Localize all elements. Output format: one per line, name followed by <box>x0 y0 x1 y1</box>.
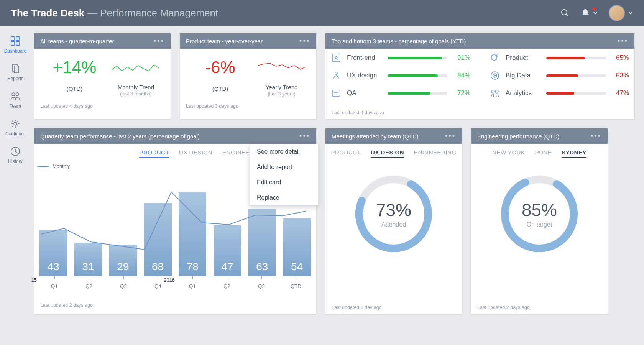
x-axis-label: Q2 <box>72 276 106 293</box>
svg-rect-12 <box>332 90 340 96</box>
sidebar-item-label: Reports <box>7 76 23 81</box>
card-quarterly-performance: Quarterly team performance - last 2 year… <box>34 128 317 314</box>
svg-point-6 <box>12 93 15 96</box>
donut-chart: 73% Attended <box>352 172 436 256</box>
progress-bar <box>388 92 447 95</box>
context-menu: See more detail Add to report Edit card … <box>250 144 319 206</box>
svg-point-8 <box>14 122 17 125</box>
team-percentage: 53% <box>611 72 629 79</box>
top-teams-column: Front-end 91% UX design 84% QA 72% <box>331 53 470 105</box>
progress-bar <box>388 74 447 77</box>
bar: 29 <box>107 245 140 276</box>
sidebar-item-history[interactable]: History <box>0 143 31 166</box>
team-icon <box>490 53 500 63</box>
more-icon[interactable]: ••• <box>299 132 310 140</box>
more-icon[interactable]: ••• <box>445 132 456 140</box>
more-icon[interactable]: ••• <box>591 132 601 140</box>
sidebar: Dashboard Reports Team Configure History <box>0 26 31 345</box>
team-icon <box>490 88 500 99</box>
card-title: Meetings attended by team (QTD) <box>332 133 419 140</box>
tab-product[interactable]: PRODUCT <box>139 149 169 158</box>
tab-ux-design[interactable]: UX DESIGN <box>179 149 212 158</box>
x-axis-label: Q3 <box>244 276 279 293</box>
tab-ux-design[interactable]: UX DESIGN <box>371 149 404 158</box>
team-row: Product 65% <box>490 53 629 63</box>
donut-label: On target <box>527 221 552 228</box>
team-name: Front-end <box>347 54 382 62</box>
search-icon[interactable] <box>560 8 570 18</box>
menu-item-detail[interactable]: See more detail <box>250 144 318 159</box>
svg-point-7 <box>16 93 19 96</box>
sidebar-item-team[interactable]: Team <box>0 88 31 111</box>
trend-sub: (last 3 years) <box>268 91 295 97</box>
tab-sydney[interactable]: SYDNEY <box>562 149 586 158</box>
card-engineering-performance: Engineering performance (QTD) ••• NEW YO… <box>471 128 608 314</box>
tab-product[interactable]: PRODUCT <box>331 149 361 158</box>
donut-chart: 85% On target <box>497 172 582 256</box>
notification-badge <box>592 7 596 11</box>
team-percentage: 47% <box>611 89 629 97</box>
kpi-sub: (QTD) <box>212 85 228 92</box>
kpi-sub: (QTD) <box>67 85 83 92</box>
page-subtitle: — Performance Management <box>87 7 218 19</box>
sidebar-item-label: Configure <box>5 131 25 136</box>
bar: 68 <box>141 203 174 276</box>
more-icon[interactable]: ••• <box>154 37 164 45</box>
team-percentage: 91% <box>453 54 470 62</box>
x-axis-label: 2015Q1 <box>37 276 72 293</box>
team-icon <box>331 70 342 81</box>
svg-point-17 <box>491 90 495 93</box>
sparkline-icon <box>111 58 161 77</box>
svg-point-16 <box>495 75 496 76</box>
card-header: Top and bottom 3 teams - percentage of g… <box>325 33 634 49</box>
menu-item-edit[interactable]: Edit card <box>250 175 318 190</box>
team-percentage: 65% <box>611 54 629 62</box>
team-name: Big Data <box>506 72 541 79</box>
svg-point-18 <box>495 90 498 93</box>
team-name: Analytics <box>506 89 541 97</box>
card-footer: Last updated 3 days ago <box>180 100 316 113</box>
team-row: Analytics 47% <box>490 88 629 99</box>
card-title: All teams - quarter-to-quarter <box>40 38 114 44</box>
team-icon <box>10 90 21 102</box>
tab-new-york[interactable]: NEW YORK <box>492 149 525 158</box>
bottom-teams-column: Product 65% Big Data 53% Analytics 47% <box>490 53 629 105</box>
menu-item-replace[interactable]: Replace <box>250 190 318 205</box>
trend-label: Yearly Trend <box>266 84 298 90</box>
sparkline-icon <box>257 58 307 77</box>
tab-pune[interactable]: PUNE <box>535 149 552 158</box>
menu-item-add-report[interactable]: Add to report <box>250 159 318 175</box>
card-meetings-attended: Meetings attended by team (QTD) ••• PROD… <box>325 128 462 314</box>
bar: 54 <box>281 218 313 276</box>
card-footer: Last updated 4 days ago <box>34 100 171 113</box>
progress-bar <box>546 57 606 59</box>
bar: 47 <box>211 225 244 276</box>
notifications-icon[interactable] <box>580 8 598 18</box>
dashboard-icon <box>10 35 21 47</box>
avatar <box>609 5 625 21</box>
card-header: All teams - quarter-to-quarter ••• <box>34 33 171 49</box>
svg-point-13 <box>496 55 498 56</box>
team-percentage: 84% <box>453 72 470 79</box>
card-all-teams: All teams - quarter-to-quarter ••• +14% … <box>34 33 171 120</box>
x-axis-label: Q3 <box>106 276 141 293</box>
card-header: Quarterly team performance - last 2 year… <box>34 128 316 144</box>
team-icon <box>331 88 342 99</box>
more-icon[interactable]: ••• <box>618 37 628 45</box>
user-menu[interactable] <box>609 5 633 21</box>
tab-engineering[interactable]: ENGINEERING <box>414 149 457 158</box>
reports-icon <box>10 63 21 74</box>
svg-line-1 <box>566 14 568 16</box>
more-icon[interactable]: ••• <box>299 37 310 45</box>
svg-rect-2 <box>11 37 15 40</box>
card-title: Product team - year-over-year <box>186 38 263 44</box>
team-row: Big Data 53% <box>490 70 629 81</box>
card-footer: Last updated 2 days ago <box>34 299 316 312</box>
brand-name: The Trade Desk <box>11 7 84 19</box>
sidebar-item-configure[interactable]: Configure <box>0 116 31 139</box>
sidebar-item-reports[interactable]: Reports <box>0 61 31 84</box>
sidebar-item-dashboard[interactable]: Dashboard <box>0 33 31 56</box>
team-name: QA <box>347 89 382 97</box>
svg-rect-3 <box>16 37 20 40</box>
svg-rect-5 <box>16 42 20 45</box>
